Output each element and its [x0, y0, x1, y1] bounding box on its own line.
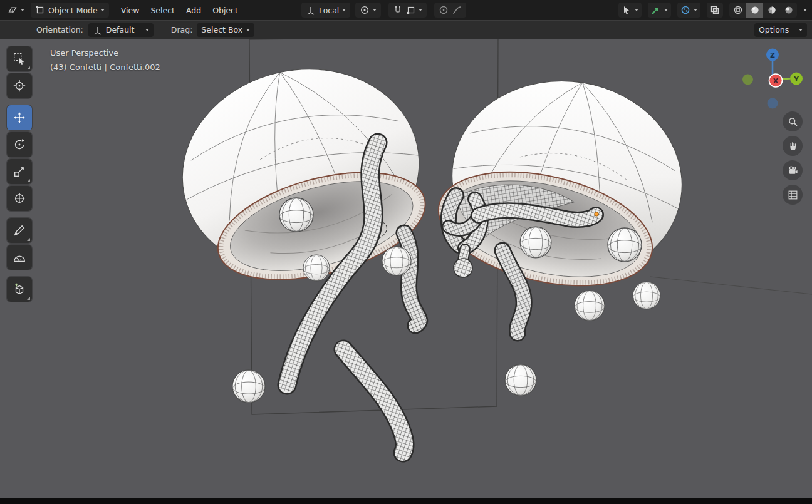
tool-transform[interactable] — [7, 186, 32, 211]
wireframe-ball[interactable] — [454, 259, 472, 277]
pan-button[interactable] — [783, 136, 803, 156]
scale-icon — [13, 165, 26, 178]
3d-scene[interactable] — [0, 0, 812, 504]
annotate-pencil-icon — [13, 224, 26, 237]
confetti-sphere[interactable] — [303, 255, 330, 281]
view-perspective-label: User Perspective — [50, 48, 118, 58]
tool-move[interactable] — [7, 105, 32, 130]
mode-dropdown[interactable]: Object Mode — [31, 3, 109, 18]
measure-protractor-icon — [13, 250, 26, 264]
select-box-icon — [13, 52, 26, 66]
camera-view-button[interactable] — [783, 160, 803, 180]
overlays-toggle-icon — [680, 5, 690, 15]
confetti-sphere[interactable] — [505, 364, 536, 396]
object-origin-dot — [595, 212, 598, 216]
chevron-down-icon — [145, 29, 149, 31]
ortho-toggle-button[interactable] — [783, 185, 803, 205]
chevron-down-icon — [419, 9, 422, 11]
material-preview-shading-icon — [767, 5, 777, 15]
pivot-point-dropdown[interactable] — [355, 3, 381, 18]
chevron-down-icon — [246, 29, 250, 31]
falloff-curve-icon — [452, 5, 462, 15]
toolbar — [7, 46, 33, 304]
transform-orientation-dropdown[interactable]: Local — [301, 3, 350, 18]
menu-view[interactable]: View — [115, 3, 145, 18]
transform-icon — [13, 192, 26, 205]
tool-add-cube[interactable] — [7, 277, 32, 302]
menu-bar: View Select Add Object — [115, 3, 244, 18]
menu-select[interactable]: Select — [145, 3, 180, 18]
options-dropdown[interactable]: Options — [754, 23, 807, 37]
chevron-down-icon — [635, 9, 638, 11]
drag-mode-dropdown[interactable]: Select Box — [197, 23, 254, 37]
options-label: Options — [759, 25, 789, 34]
chevron-down-icon[interactable] — [803, 9, 807, 11]
magnifier-icon — [787, 116, 799, 128]
zoom-button[interactable] — [783, 111, 803, 131]
shading-solid-button[interactable] — [746, 3, 763, 18]
chevron-down-icon — [21, 9, 24, 11]
editor-type-button[interactable] — [5, 3, 27, 18]
confetti-sphere[interactable] — [520, 227, 551, 258]
magnet-icon — [393, 5, 403, 15]
viewport-shading-group — [729, 3, 797, 18]
axis-y-negative-handle[interactable] — [742, 75, 753, 85]
gizmos-toggle-icon — [651, 5, 661, 15]
tool-annotate[interactable] — [7, 218, 32, 243]
menu-add[interactable]: Add — [180, 3, 207, 18]
tool-scale[interactable] — [7, 159, 32, 184]
editor-type-3d-viewport-icon — [8, 5, 18, 15]
show-overlays-dropdown[interactable] — [677, 3, 700, 18]
orientation-dropdown[interactable]: Default — [88, 23, 154, 37]
camera-icon — [787, 165, 799, 177]
proportional-edit-toggle[interactable] — [439, 5, 449, 15]
viewport-header: Object Mode View Select Add Object Local — [0, 0, 812, 20]
active-object-label: (43) Confetti | Confetti.002 — [50, 63, 160, 72]
grid-icon — [787, 189, 799, 201]
shading-wireframe-button[interactable] — [729, 3, 746, 18]
wireframe-shading-icon — [733, 5, 743, 15]
hand-icon — [787, 140, 799, 152]
snap-target-dropdown[interactable] — [406, 5, 422, 15]
confetti-sphere[interactable] — [608, 228, 642, 262]
tool-settings-bar: Orientation: Default Drag: Select Box Op… — [0, 20, 812, 39]
shading-rendered-button[interactable] — [780, 3, 797, 18]
proportional-edit-icon — [439, 5, 449, 15]
wireframe-tube-into-right-cap[interactable] — [479, 210, 596, 220]
snapping-group — [388, 3, 427, 18]
proportional-falloff-dropdown[interactable] — [452, 5, 462, 15]
mode-dropdown-label: Object Mode — [48, 6, 98, 15]
object-mode-icon — [35, 5, 45, 15]
confetti-sphere[interactable] — [575, 291, 605, 321]
axis-z-negative-handle[interactable] — [768, 98, 778, 109]
add-cube-icon — [13, 282, 26, 296]
axis-z-label: Z — [770, 51, 775, 59]
xray-icon — [710, 5, 720, 15]
snap-toggle-button[interactable] — [393, 5, 403, 15]
confetti-sphere[interactable] — [633, 282, 660, 309]
menu-object[interactable]: Object — [207, 3, 244, 18]
axis-y-label: Y — [793, 75, 799, 83]
object-types-visibility-dropdown[interactable] — [618, 3, 642, 18]
chevron-down-icon — [342, 9, 346, 11]
confetti-sphere[interactable] — [382, 247, 411, 275]
move-icon — [13, 111, 26, 125]
navigation-gizmo[interactable]: Z Y X — [741, 48, 804, 111]
tool-select-box[interactable] — [7, 46, 32, 71]
transform-orientation-icon — [306, 5, 316, 15]
shading-material-button[interactable] — [763, 3, 780, 18]
status-bar-strip — [0, 498, 812, 504]
chevron-down-icon — [799, 29, 803, 31]
tool-cursor[interactable] — [7, 73, 32, 98]
drag-mode-value: Select Box — [201, 25, 242, 34]
tool-rotate[interactable] — [7, 132, 32, 157]
confetti-sphere[interactable] — [232, 370, 265, 403]
toggle-xray-button[interactable] — [707, 3, 723, 18]
transform-orientation-icon — [93, 25, 103, 35]
wireframe-tube-left-curl[interactable] — [404, 233, 420, 326]
show-gizmos-dropdown[interactable] — [648, 3, 671, 18]
orientation-value: Default — [106, 25, 135, 34]
blender-window: Object Mode View Select Add Object Local — [0, 0, 812, 504]
confetti-sphere[interactable] — [279, 198, 313, 232]
tool-measure[interactable] — [7, 245, 32, 270]
